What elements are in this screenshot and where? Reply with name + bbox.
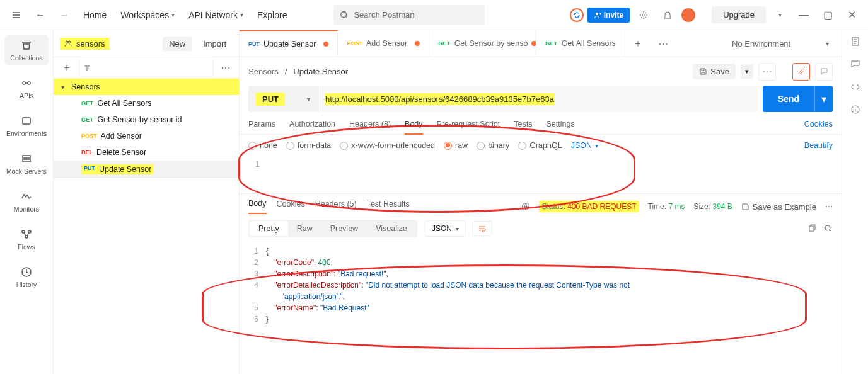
resp-tab-cookies[interactable]: Cookies [277, 200, 305, 213]
cookies-link[interactable]: Cookies [804, 120, 833, 134]
resp-more[interactable]: ⋯ [825, 202, 833, 211]
time-stat: Time: 7 ms [648, 202, 685, 211]
breadcrumb-collection[interactable]: Sensors [248, 67, 279, 76]
search-response-icon[interactable] [824, 224, 833, 233]
users-icon [64, 39, 72, 48]
invite-button[interactable]: Invite [587, 8, 630, 23]
req-label: Delete Sensor [96, 148, 146, 157]
tab-get-all[interactable]: GETGet All Sensors [536, 30, 625, 57]
send-button[interactable]: Send [763, 86, 814, 112]
hamburger-icon[interactable] [6, 5, 26, 25]
maximize-window[interactable]: ▢ [818, 5, 838, 25]
upgrade-button[interactable]: Upgrade [712, 6, 766, 23]
body-form-data[interactable]: form-data [286, 141, 332, 150]
copy-icon[interactable] [807, 224, 816, 233]
body-raw[interactable]: raw [444, 141, 468, 150]
back-icon[interactable]: ← [30, 5, 50, 25]
subtab-settings[interactable]: Settings [546, 120, 574, 134]
save-as-example[interactable]: Save as Example [741, 202, 816, 212]
workspaces-nav[interactable]: Workspaces▾ [115, 6, 180, 24]
upgrade-chevron[interactable]: ▾ [770, 5, 790, 25]
url-input[interactable]: http://localhost:5000/api/sensors/642668… [318, 86, 758, 112]
tab-label: Update Sensor [263, 40, 316, 48]
avatar[interactable] [681, 8, 695, 22]
body-graphql[interactable]: GraphQL [518, 141, 562, 150]
search-input[interactable]: Search Postman [333, 5, 485, 25]
body-none[interactable]: none [248, 141, 277, 150]
rail-environments[interactable]: Environments [4, 111, 49, 141]
settings-icon[interactable] [634, 5, 654, 25]
wrap-lines-icon[interactable] [472, 221, 492, 236]
method-select[interactable]: PUT▾ [248, 86, 318, 112]
search-icon [340, 11, 349, 20]
comments-panel-icon[interactable] [850, 59, 860, 69]
sidebar-item-update[interactable]: PUTUpdate Sensor [54, 161, 239, 178]
api-network-nav[interactable]: API Network▾ [183, 6, 248, 24]
tab-options[interactable]: ⋯ [651, 30, 676, 57]
subtab-auth[interactable]: Authorization [289, 120, 335, 134]
tab-update-sensor[interactable]: PUTUpdate Sensor [240, 30, 338, 57]
forward-icon[interactable]: → [54, 5, 74, 25]
filter-icon[interactable] [79, 60, 214, 76]
sync-icon[interactable] [570, 8, 584, 22]
resp-tab-headers[interactable]: Headers (5) [315, 200, 357, 213]
view-pretty[interactable]: Pretty [250, 221, 288, 236]
send-dropdown[interactable]: ▾ [814, 86, 833, 112]
subtab-params[interactable]: Params [248, 120, 275, 134]
svg-rect-7 [23, 159, 30, 162]
request-body-editor[interactable]: 1 [240, 156, 842, 194]
docs-icon[interactable] [850, 37, 860, 47]
rail-monitors[interactable]: Monitors [4, 186, 49, 217]
subtab-body[interactable]: Body [405, 120, 423, 134]
collections-icon [20, 39, 33, 52]
tab-get-sensor[interactable]: GETGet Sensor by senso [429, 30, 536, 57]
sidebar-item-delete[interactable]: DELDelete Sensor [54, 144, 239, 161]
rail-flows[interactable]: Flows [4, 224, 49, 254]
add-icon[interactable]: ＋ [59, 60, 75, 76]
sidebar-item-get-all[interactable]: GETGet All Sensors [54, 95, 239, 111]
collection-sensors[interactable]: ▾Sensors [54, 79, 239, 95]
save-button[interactable]: Save [693, 64, 736, 79]
code-icon[interactable] [850, 82, 860, 92]
response-type-select[interactable]: JSON▾ [425, 220, 466, 237]
rail-apis[interactable]: APIs [4, 73, 49, 103]
rail-history[interactable]: History [4, 262, 49, 292]
body-binary[interactable]: binary [477, 141, 509, 150]
view-preview[interactable]: Preview [321, 221, 367, 236]
subtab-prereq[interactable]: Pre-request Script [437, 120, 501, 134]
body-type-select[interactable]: JSON▾ [571, 141, 598, 150]
minimize-window[interactable]: — [794, 5, 814, 25]
info-icon[interactable] [850, 105, 860, 115]
new-tab-button[interactable]: ＋ [625, 30, 651, 57]
beautify-link[interactable]: Beautify [804, 141, 833, 150]
comment-icon[interactable] [815, 63, 833, 81]
more-icon[interactable]: ⋯ [217, 60, 234, 76]
close-window[interactable]: ✕ [842, 5, 862, 25]
rail-collections[interactable]: Collections [4, 35, 49, 65]
notifications-icon[interactable] [657, 5, 678, 25]
resp-tab-tests[interactable]: Test Results [367, 200, 410, 213]
sidebar-item-get-one[interactable]: GETGet Sensor by sensor id [54, 111, 239, 128]
tab-add-sensor[interactable]: POSTAdd Sensor [338, 30, 429, 57]
line-number: 1 [248, 160, 266, 169]
environment-select[interactable]: No Environment▾ [727, 39, 834, 48]
view-visualize[interactable]: Visualize [367, 221, 416, 236]
workspace-name[interactable]: sensors [60, 38, 109, 50]
subtab-tests[interactable]: Tests [514, 120, 532, 134]
body-urlencoded[interactable]: x-www-form-urlencoded [340, 141, 435, 150]
rail-collections-label: Collections [10, 54, 42, 62]
rail-mock-servers[interactable]: Mock Servers [4, 149, 49, 179]
home-nav[interactable]: Home [78, 6, 112, 24]
import-button[interactable]: Import [197, 37, 233, 51]
view-raw[interactable]: Raw [288, 221, 321, 236]
edit-icon[interactable] [792, 63, 810, 81]
sidebar-item-add[interactable]: POSTAdd Sensor [54, 128, 239, 144]
explore-nav[interactable]: Explore [252, 6, 292, 24]
subtab-headers[interactable]: Headers (8) [349, 120, 391, 134]
response-body[interactable]: 1{2 "errorCode": 400,3 "errorDescription… [240, 243, 842, 327]
more-actions[interactable]: ⋯ [758, 63, 776, 81]
resp-tab-body[interactable]: Body [248, 199, 267, 214]
new-button[interactable]: New [163, 37, 192, 51]
save-dropdown[interactable]: ▾ [741, 64, 753, 79]
environments-icon [20, 115, 33, 127]
